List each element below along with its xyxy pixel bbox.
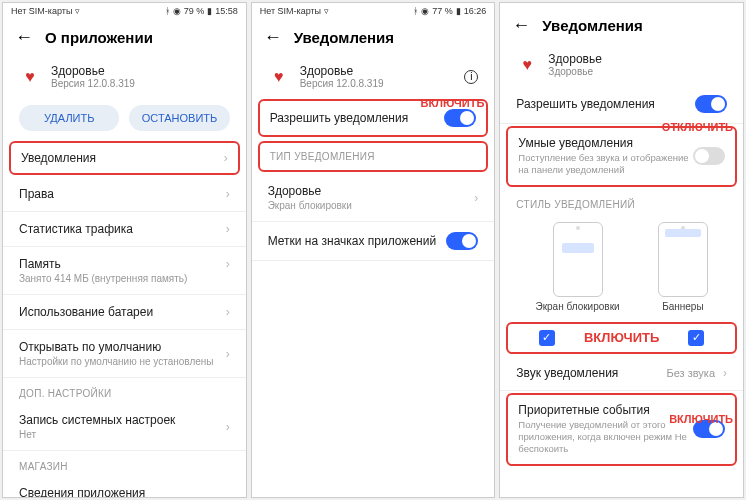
banner-preview-icon <box>658 222 708 297</box>
row-smart-notifications[interactable]: Умные уведомления Поступление без звука … <box>508 128 735 185</box>
signal-icon: ◉ <box>173 6 181 16</box>
annotation-enable-center: ВКЛЮЧИТЬ <box>584 330 659 345</box>
section-store: МАГАЗИН <box>3 451 246 476</box>
page-title: Уведомления <box>542 17 642 34</box>
row-priority[interactable]: Приоритетные события Получение уведомлен… <box>508 395 735 464</box>
row-notifications[interactable]: Уведомления › <box>11 143 238 173</box>
wifi-icon: ▿ <box>75 6 80 16</box>
style-lock-option[interactable]: Экран блокировки <box>535 222 619 312</box>
toggle-allow[interactable] <box>695 95 727 113</box>
bluetooth-icon: ᚼ <box>413 6 418 16</box>
chevron-right-icon: › <box>723 366 727 380</box>
row-battery[interactable]: Использование батареи › <box>3 295 246 330</box>
row-traffic[interactable]: Статистика трафика › <box>3 212 246 247</box>
checkbox-lock[interactable]: ✓ <box>539 330 555 346</box>
toggle-smart[interactable] <box>693 147 725 165</box>
battery-icon: ▮ <box>456 6 461 16</box>
signal-icon: ◉ <box>421 6 429 16</box>
delete-button[interactable]: УДАЛИТЬ <box>19 105 119 131</box>
row-allow-notifications[interactable]: Разрешить уведомления <box>500 85 743 124</box>
checkbox-banner[interactable]: ✓ <box>688 330 704 346</box>
heart-icon: ♥ <box>19 66 41 88</box>
chevron-right-icon: › <box>226 187 230 201</box>
back-arrow-icon[interactable]: ← <box>15 27 33 48</box>
toggle-allow[interactable] <box>444 109 476 127</box>
app-info-row: ♥ Здоровье Версия 12.0.8.319 i <box>252 56 495 97</box>
section-type: ТИП УВЕДОМЛЕНИЯ <box>260 147 487 166</box>
header: ← Уведомления <box>500 3 743 44</box>
row-health[interactable]: Здоровье Экран блокировки › <box>252 174 495 222</box>
row-memory[interactable]: Память Занято 414 МБ (внутренняя память)… <box>3 247 246 295</box>
header: ← Уведомления <box>252 19 495 56</box>
heart-icon: ♥ <box>268 66 290 88</box>
battery-icon: ▮ <box>207 6 212 16</box>
bluetooth-icon: ᚼ <box>165 6 170 16</box>
toggle-badges[interactable] <box>446 232 478 250</box>
back-arrow-icon[interactable]: ← <box>264 27 282 48</box>
chevron-right-icon: › <box>474 191 478 205</box>
row-default[interactable]: Открывать по умолчанию Настройки по умол… <box>3 330 246 378</box>
header: ← О приложении <box>3 19 246 56</box>
chevron-right-icon: › <box>226 305 230 319</box>
chevron-right-icon: › <box>226 347 230 361</box>
stop-button[interactable]: ОСТАНОВИТЬ <box>129 105 229 131</box>
annotation-enable-bottom: ВКЛЮЧИТЬ <box>669 413 733 425</box>
app-info-row: ♥ Здоровье Здоровье <box>500 44 743 85</box>
row-sound[interactable]: Звук уведомления Без звука › <box>500 356 743 391</box>
app-info-row: ♥ Здоровье Версия 12.0.8.319 <box>3 56 246 97</box>
chevron-right-icon: › <box>226 420 230 434</box>
highlight-smart: Умные уведомления Поступление без звука … <box>506 126 737 187</box>
highlight-type-section: ТИП УВЕДОМЛЕНИЯ <box>258 141 489 172</box>
annotation-disable: ОТКЛЮЧИТЬ <box>662 121 733 133</box>
row-syslog[interactable]: Запись системных настроек Нет › <box>3 403 246 451</box>
chevron-right-icon: › <box>226 222 230 236</box>
phone-screen-2: Нет SIM-карты ▿ ᚼ◉77 %▮16:26 ← Уведомлен… <box>251 2 496 498</box>
page-title: О приложении <box>45 29 153 46</box>
page-title: Уведомления <box>294 29 394 46</box>
phone-screen-1: Нет SIM-карты ▿ ᚼ◉79 %▮15:58 ← О приложе… <box>2 2 247 498</box>
info-icon[interactable]: i <box>464 70 478 84</box>
chevron-right-icon: › <box>226 257 230 271</box>
row-permissions[interactable]: Права › <box>3 177 246 212</box>
lock-preview-icon <box>553 222 603 297</box>
section-extra: ДОП. НАСТРОЙКИ <box>3 378 246 403</box>
chevron-right-icon: › <box>224 151 228 165</box>
highlight-checkboxes: ✓ ВКЛЮЧИТЬ ✓ <box>506 322 737 354</box>
highlight-priority: Приоритетные события Получение уведомлен… <box>506 393 737 466</box>
back-arrow-icon[interactable]: ← <box>512 15 530 36</box>
row-badges[interactable]: Метки на значках приложений <box>252 222 495 261</box>
section-style: СТИЛЬ УВЕДОМЛЕНИЙ <box>500 189 743 214</box>
wifi-icon: ▿ <box>324 6 329 16</box>
phone-screen-3: ← Уведомления ♥ Здоровье Здоровье Разреш… <box>499 2 744 498</box>
row-store-info[interactable]: Сведения приложения Установлено из: Play… <box>3 476 246 497</box>
status-bar: Нет SIM-карты ▿ ᚼ◉77 %▮16:26 <box>252 3 495 19</box>
annotation-enable: ВКЛЮЧИТЬ <box>421 97 485 109</box>
highlight-notifications: Уведомления › <box>9 141 240 175</box>
chevron-right-icon: › <box>226 493 230 498</box>
status-bar: Нет SIM-карты ▿ ᚼ◉79 %▮15:58 <box>3 3 246 19</box>
style-banner-option[interactable]: Баннеры <box>658 222 708 312</box>
heart-icon: ♥ <box>516 54 538 76</box>
notification-style-row: Экран блокировки Баннеры <box>500 214 743 320</box>
